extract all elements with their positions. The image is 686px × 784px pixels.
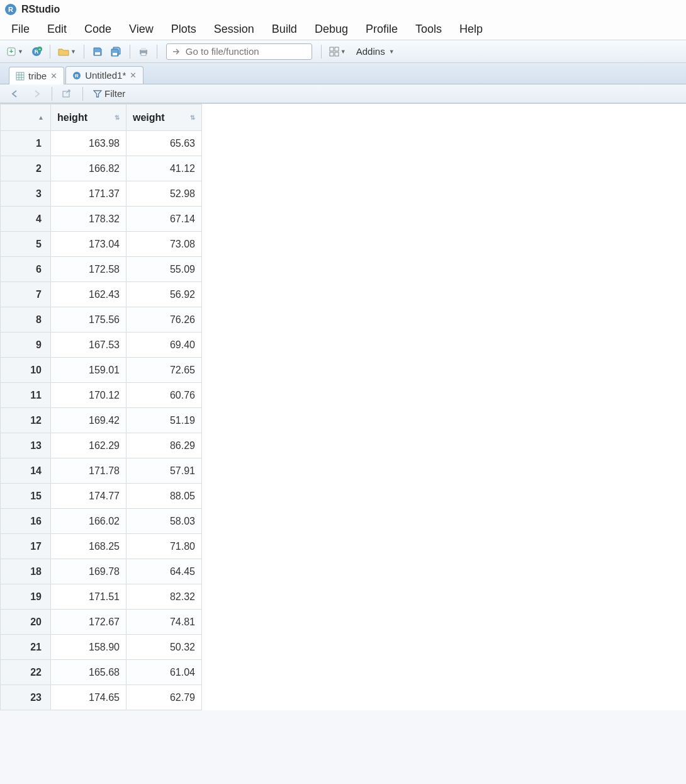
row-number-cell: 8 (1, 307, 51, 332)
svg-rect-7 (113, 53, 117, 55)
cell-weight: 74.81 (127, 610, 202, 635)
menu-help[interactable]: Help (451, 20, 492, 38)
title-bar: R RStudio (0, 0, 686, 19)
column-header-weight[interactable]: weight (127, 105, 202, 131)
nav-forward-button[interactable] (28, 88, 45, 99)
svg-rect-12 (335, 47, 339, 51)
row-number-cell: 16 (1, 509, 51, 534)
table-row[interactable]: 4178.3267.14 (1, 207, 202, 232)
row-number-cell: 13 (1, 433, 51, 458)
table-row[interactable]: 15174.7788.05 (1, 484, 202, 509)
row-number-cell: 2 (1, 156, 51, 181)
table-row[interactable]: 23174.6562.79 (1, 685, 202, 710)
svg-rect-13 (330, 52, 334, 56)
grid-view-button[interactable]: ▼ (327, 43, 349, 60)
table-row[interactable]: 2166.8241.12 (1, 156, 202, 181)
table-row[interactable]: 1163.9865.63 (1, 131, 202, 156)
cell-weight: 61.04 (127, 660, 202, 685)
open-file-button[interactable]: ▼ (55, 43, 79, 60)
new-project-button[interactable]: R+ (28, 43, 45, 60)
row-number-cell: 10 (1, 358, 51, 383)
table-row[interactable]: 14171.7857.91 (1, 458, 202, 484)
folder-open-icon (58, 47, 69, 57)
cell-weight: 55.09 (127, 257, 202, 282)
row-number-cell: 3 (1, 181, 51, 207)
tab-label: tribe (28, 71, 47, 81)
tab-tribe[interactable]: tribe ✕ (9, 67, 64, 84)
close-tab-icon[interactable]: ✕ (130, 71, 137, 80)
menu-session[interactable]: Session (205, 20, 263, 38)
row-number-cell: 19 (1, 584, 51, 610)
filter-button[interactable]: Filter (89, 87, 129, 100)
column-header-height[interactable]: height (51, 105, 127, 131)
cell-height: 170.12 (51, 383, 127, 408)
tab-label: Untitled1* (85, 70, 126, 81)
cell-height: 171.78 (51, 458, 127, 484)
sort-icon (115, 114, 120, 121)
data-table: height weight 1163.9865.632166.8241.1231… (0, 104, 202, 710)
data-viewer-toolbar: Filter (0, 84, 686, 103)
save-all-button[interactable] (108, 43, 125, 60)
table-row[interactable]: 8175.5676.26 (1, 307, 202, 332)
menu-tools[interactable]: Tools (407, 20, 451, 38)
goto-file-function-box[interactable] (166, 43, 312, 60)
toolbar-separator (50, 45, 50, 59)
save-all-icon (111, 47, 122, 57)
table-row[interactable]: 6172.5855.09 (1, 257, 202, 282)
nav-back-button[interactable] (6, 88, 24, 99)
table-row[interactable]: 12169.4251.19 (1, 408, 202, 433)
close-tab-icon[interactable]: ✕ (50, 71, 57, 81)
table-row[interactable]: 22165.6861.04 (1, 660, 202, 685)
menu-bar: File Edit Code View Plots Session Build … (0, 19, 686, 40)
cell-height: 158.90 (51, 635, 127, 660)
chevron-down-icon: ▼ (340, 48, 346, 55)
table-row[interactable]: 18169.7864.45 (1, 559, 202, 584)
row-number-cell: 11 (1, 383, 51, 408)
table-row[interactable]: 7162.4356.92 (1, 282, 202, 307)
new-file-button[interactable]: + ▼ (4, 43, 26, 60)
menu-debug[interactable]: Debug (306, 20, 357, 38)
menu-profile[interactable]: Profile (357, 20, 407, 38)
menu-view[interactable]: View (120, 20, 162, 38)
addins-button[interactable]: Addins ▼ (351, 43, 400, 60)
table-row[interactable]: 3171.3752.98 (1, 181, 202, 207)
table-row[interactable]: 13162.2986.29 (1, 433, 202, 458)
save-button[interactable] (89, 43, 106, 60)
row-number-header[interactable] (1, 105, 51, 131)
svg-rect-15 (16, 72, 24, 80)
table-row[interactable]: 5173.0473.08 (1, 232, 202, 257)
table-row[interactable]: 17168.2571.80 (1, 534, 202, 559)
toolbar-separator (321, 45, 322, 59)
menu-code[interactable]: Code (76, 20, 120, 38)
menu-file[interactable]: File (3, 20, 38, 38)
menu-plots[interactable]: Plots (162, 20, 205, 38)
new-project-icon: R+ (31, 47, 42, 57)
table-row[interactable]: 16166.0258.03 (1, 509, 202, 534)
svg-text:+: + (38, 47, 42, 52)
table-row[interactable]: 9167.5369.40 (1, 332, 202, 358)
goto-input[interactable] (184, 45, 306, 57)
table-row[interactable]: 19171.5182.32 (1, 584, 202, 610)
main-toolbar: + ▼ R+ ▼ ▼ Addins ▼ (0, 40, 686, 63)
cell-weight: 58.03 (127, 509, 202, 534)
popout-button[interactable] (59, 88, 76, 99)
addins-label: Addins (356, 46, 385, 57)
chevron-down-icon: ▼ (18, 48, 23, 55)
table-row[interactable]: 20172.6774.81 (1, 610, 202, 635)
tab-untitled1[interactable]: R Untitled1* ✕ (65, 66, 143, 84)
cell-height: 165.68 (51, 660, 127, 685)
table-row[interactable]: 11170.1260.76 (1, 383, 202, 408)
cell-height: 162.29 (51, 433, 127, 458)
cell-height: 172.67 (51, 610, 127, 635)
table-row[interactable]: 10159.0172.65 (1, 358, 202, 383)
column-label: weight (133, 112, 165, 123)
table-row[interactable]: 21158.9050.32 (1, 635, 202, 660)
svg-rect-6 (95, 52, 100, 55)
menu-edit[interactable]: Edit (38, 20, 76, 38)
print-button[interactable] (135, 43, 152, 60)
cell-height: 167.53 (51, 332, 127, 358)
data-viewer: height weight 1163.9865.632166.8241.1231… (0, 103, 686, 710)
row-number-cell: 18 (1, 559, 51, 584)
menu-build[interactable]: Build (263, 20, 306, 38)
row-number-cell: 14 (1, 458, 51, 484)
